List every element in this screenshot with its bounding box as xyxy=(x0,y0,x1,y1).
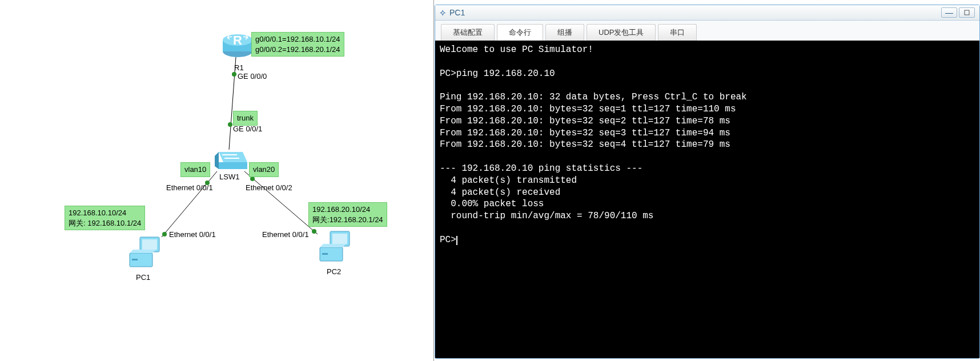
pc2-device[interactable] xyxy=(316,230,353,266)
switch-port-eth002: Ethernet 0/0/2 xyxy=(246,183,292,192)
svg-point-7 xyxy=(162,232,167,236)
minimize-icon: — xyxy=(945,8,953,17)
topology-canvas[interactable]: R R1 g0/0/0.1=192.168.10.1/24 g0/0/0.2=1… xyxy=(0,0,434,361)
svg-rect-32 xyxy=(332,234,347,244)
svg-point-3 xyxy=(232,72,236,77)
maximize-icon xyxy=(964,10,970,15)
svg-rect-27 xyxy=(142,239,157,250)
switch-device[interactable] xyxy=(214,146,247,173)
tab-multicast[interactable]: 组播 xyxy=(545,24,584,41)
pc2-note: 192.168.20.10/24 网关:192.168.20.1/24 xyxy=(308,202,387,227)
switch-port-eth001: Ethernet 0/0/1 xyxy=(166,183,213,192)
svg-rect-34 xyxy=(322,253,328,255)
router-icon: R xyxy=(222,31,254,58)
topology-links xyxy=(0,0,434,361)
terminal-window: ⟡ PC1 — 基础配置 命令行 组播 UDP发包工具 串口 Welcome t… xyxy=(435,5,980,359)
terminal-console[interactable]: Welcome to use PC Simulator! PC>ping 192… xyxy=(435,41,979,358)
pc1-note: 192.168.10.10/24 网关: 192.168.10.1/24 xyxy=(65,206,145,230)
switch-name: LSW1 xyxy=(219,173,239,181)
router-note: g0/0/0.1=192.168.10.1/24 g0/0/0.2=192.16… xyxy=(251,32,344,57)
pc2-name: PC2 xyxy=(327,267,341,276)
svg-point-8 xyxy=(312,229,316,234)
router-device[interactable]: R xyxy=(222,31,254,58)
router-name: R1 xyxy=(234,63,244,72)
maximize-button[interactable] xyxy=(959,7,975,18)
terminal-titlebar[interactable]: ⟡ PC1 — xyxy=(435,5,979,21)
svg-rect-29 xyxy=(132,259,138,260)
switch-port-ge001: GE 0/0/1 xyxy=(233,125,262,133)
tab-udp-tool[interactable]: UDP发包工具 xyxy=(587,24,656,41)
pc1-port: Ethernet 0/0/1 xyxy=(169,230,216,239)
pc-icon xyxy=(126,236,163,271)
router-port-ge000: GE 0/0/0 xyxy=(238,72,267,81)
svg-point-6 xyxy=(250,177,255,181)
vlan10-label: vlan10 xyxy=(180,162,210,177)
svg-text:R: R xyxy=(233,33,242,47)
terminal-title: PC1 xyxy=(449,8,939,17)
vlan20-label: vlan20 xyxy=(249,162,279,177)
pc1-name: PC1 xyxy=(136,273,150,282)
svg-line-2 xyxy=(244,171,318,234)
svg-point-4 xyxy=(228,122,232,127)
svg-rect-36 xyxy=(965,10,969,15)
switch-icon xyxy=(214,146,247,173)
tab-serial[interactable]: 串口 xyxy=(658,24,697,41)
terminal-tabs: 基础配置 命令行 组播 UDP发包工具 串口 xyxy=(435,21,979,41)
pc1-device[interactable] xyxy=(126,236,163,271)
tab-cli[interactable]: 命令行 xyxy=(497,24,543,41)
minimize-button[interactable]: — xyxy=(941,7,957,18)
pc-icon xyxy=(316,230,353,266)
pc2-port: Ethernet 0/0/1 xyxy=(262,230,309,239)
tab-basic-config[interactable]: 基础配置 xyxy=(441,24,495,41)
svg-marker-35 xyxy=(320,244,346,247)
terminal-app-icon: ⟡ xyxy=(440,7,446,18)
trunk-label: trunk xyxy=(233,111,258,126)
svg-marker-30 xyxy=(130,250,156,253)
